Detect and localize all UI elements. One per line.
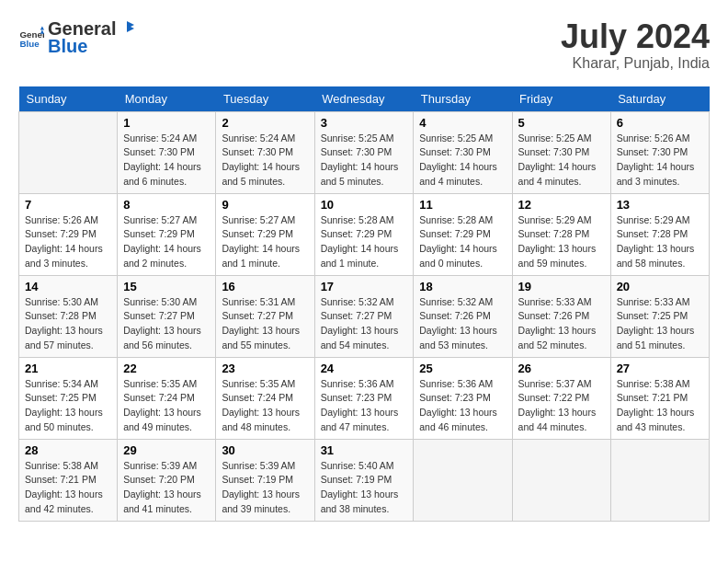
day-info: Sunrise: 5:35 AM Sunset: 7:24 PM Dayligh… [222,377,308,435]
day-info: Sunrise: 5:39 AM Sunset: 7:20 PM Dayligh… [123,459,210,517]
week-row-4: 21Sunrise: 5:34 AM Sunset: 7:25 PM Dayli… [19,357,710,439]
location-subtitle: Kharar, Punjab, India [561,55,710,72]
calendar-cell: 27Sunrise: 5:38 AM Sunset: 7:21 PM Dayli… [610,357,709,439]
calendar-cell: 23Sunrise: 5:35 AM Sunset: 7:24 PM Dayli… [216,357,314,439]
day-number: 29 [123,443,210,457]
header-sunday: Sunday [19,86,118,112]
header-monday: Monday [118,86,216,112]
calendar-cell: 6Sunrise: 5:26 AM Sunset: 7:30 PM Daylig… [610,111,709,193]
calendar-cell [512,439,610,521]
calendar-table: Sunday Monday Tuesday Wednesday Thursday… [18,86,710,522]
day-number: 17 [321,280,408,293]
day-info: Sunrise: 5:36 AM Sunset: 7:23 PM Dayligh… [321,377,408,435]
day-info: Sunrise: 5:33 AM Sunset: 7:25 PM Dayligh… [617,295,703,353]
day-number: 23 [222,362,308,375]
calendar-cell: 13Sunrise: 5:29 AM Sunset: 7:28 PM Dayli… [610,193,709,275]
calendar-cell: 17Sunrise: 5:32 AM Sunset: 7:27 PM Dayli… [314,275,414,357]
day-info: Sunrise: 5:29 AM Sunset: 7:28 PM Dayligh… [617,213,703,271]
logo-icon: General Blue [18,25,44,51]
day-info: Sunrise: 5:24 AM Sunset: 7:30 PM Dayligh… [222,132,308,190]
title-area: July 2024 Kharar, Punjab, India [561,18,710,72]
calendar-cell: 30Sunrise: 5:39 AM Sunset: 7:19 PM Dayli… [216,439,314,521]
header-thursday: Thursday [414,86,512,112]
day-number: 7 [25,198,111,212]
calendar-cell: 31Sunrise: 5:40 AM Sunset: 7:19 PM Dayli… [314,439,414,521]
week-row-2: 7Sunrise: 5:26 AM Sunset: 7:29 PM Daylig… [19,193,710,275]
calendar-cell: 9Sunrise: 5:27 AM Sunset: 7:29 PM Daylig… [216,193,314,275]
calendar-cell: 5Sunrise: 5:25 AM Sunset: 7:30 PM Daylig… [512,111,610,193]
day-number: 5 [518,116,605,130]
calendar-cell: 8Sunrise: 5:27 AM Sunset: 7:29 PM Daylig… [118,193,216,275]
day-info: Sunrise: 5:37 AM Sunset: 7:22 PM Dayligh… [518,377,605,435]
header-friday: Friday [512,86,610,112]
day-number: 12 [518,198,605,212]
day-info: Sunrise: 5:34 AM Sunset: 7:25 PM Dayligh… [25,377,111,435]
calendar-cell: 2Sunrise: 5:24 AM Sunset: 7:30 PM Daylig… [216,111,314,193]
svg-text:Blue: Blue [19,39,40,49]
calendar-header-row: Sunday Monday Tuesday Wednesday Thursday… [19,86,710,112]
page-header: General Blue General Blue July 2024 Khar… [18,18,710,72]
week-row-5: 28Sunrise: 5:38 AM Sunset: 7:21 PM Dayli… [19,439,710,521]
day-info: Sunrise: 5:32 AM Sunset: 7:27 PM Dayligh… [321,295,408,353]
day-info: Sunrise: 5:26 AM Sunset: 7:30 PM Dayligh… [617,132,703,190]
calendar-cell: 14Sunrise: 5:30 AM Sunset: 7:28 PM Dayli… [19,275,118,357]
day-number: 8 [123,198,210,212]
header-tuesday: Tuesday [216,86,314,112]
svg-marker-2 [40,26,44,29]
day-info: Sunrise: 5:40 AM Sunset: 7:19 PM Dayligh… [321,459,408,517]
day-info: Sunrise: 5:25 AM Sunset: 7:30 PM Dayligh… [321,132,408,190]
day-info: Sunrise: 5:30 AM Sunset: 7:28 PM Dayligh… [25,295,111,353]
day-number: 22 [123,362,210,375]
day-number: 1 [123,116,210,130]
day-number: 3 [321,116,408,130]
day-info: Sunrise: 5:28 AM Sunset: 7:29 PM Dayligh… [321,213,408,271]
day-number: 6 [617,116,703,130]
day-number: 31 [321,443,408,457]
header-wednesday: Wednesday [314,86,414,112]
week-row-1: 1Sunrise: 5:24 AM Sunset: 7:30 PM Daylig… [19,111,710,193]
day-info: Sunrise: 5:27 AM Sunset: 7:29 PM Dayligh… [222,213,308,271]
day-number: 15 [123,280,210,293]
calendar-cell: 11Sunrise: 5:28 AM Sunset: 7:29 PM Dayli… [414,193,512,275]
calendar-cell: 4Sunrise: 5:25 AM Sunset: 7:30 PM Daylig… [414,111,512,193]
day-number: 10 [321,198,408,212]
day-info: Sunrise: 5:28 AM Sunset: 7:29 PM Dayligh… [419,213,506,271]
logo: General Blue General Blue [18,18,136,57]
day-info: Sunrise: 5:30 AM Sunset: 7:27 PM Dayligh… [123,295,210,353]
logo-text: General Blue [48,18,136,57]
day-number: 21 [25,362,111,375]
calendar-cell: 26Sunrise: 5:37 AM Sunset: 7:22 PM Dayli… [512,357,610,439]
day-info: Sunrise: 5:27 AM Sunset: 7:29 PM Dayligh… [123,213,210,271]
month-year-title: July 2024 [561,18,710,55]
day-number: 2 [222,116,308,130]
calendar-cell [414,439,512,521]
calendar-cell: 20Sunrise: 5:33 AM Sunset: 7:25 PM Dayli… [610,275,709,357]
calendar-cell: 1Sunrise: 5:24 AM Sunset: 7:30 PM Daylig… [118,111,216,193]
calendar-cell: 25Sunrise: 5:36 AM Sunset: 7:23 PM Dayli… [414,357,512,439]
day-number: 9 [222,198,308,212]
day-info: Sunrise: 5:24 AM Sunset: 7:30 PM Dayligh… [123,132,210,190]
day-number: 18 [419,280,506,293]
calendar-cell [19,111,118,193]
calendar-cell: 28Sunrise: 5:38 AM Sunset: 7:21 PM Dayli… [19,439,118,521]
day-number: 19 [518,280,605,293]
calendar-cell: 21Sunrise: 5:34 AM Sunset: 7:25 PM Dayli… [19,357,118,439]
day-info: Sunrise: 5:35 AM Sunset: 7:24 PM Dayligh… [123,377,210,435]
calendar-cell: 16Sunrise: 5:31 AM Sunset: 7:27 PM Dayli… [216,275,314,357]
day-info: Sunrise: 5:39 AM Sunset: 7:19 PM Dayligh… [222,459,308,517]
calendar-cell: 12Sunrise: 5:29 AM Sunset: 7:28 PM Dayli… [512,193,610,275]
day-info: Sunrise: 5:38 AM Sunset: 7:21 PM Dayligh… [617,377,703,435]
day-info: Sunrise: 5:32 AM Sunset: 7:26 PM Dayligh… [419,295,506,353]
header-saturday: Saturday [610,86,709,112]
day-number: 4 [419,116,506,130]
day-info: Sunrise: 5:29 AM Sunset: 7:28 PM Dayligh… [518,213,605,271]
day-number: 28 [25,443,111,457]
day-number: 16 [222,280,308,293]
day-number: 11 [419,198,506,212]
calendar-cell: 10Sunrise: 5:28 AM Sunset: 7:29 PM Dayli… [314,193,414,275]
day-info: Sunrise: 5:25 AM Sunset: 7:30 PM Dayligh… [518,132,605,190]
calendar-cell: 7Sunrise: 5:26 AM Sunset: 7:29 PM Daylig… [19,193,118,275]
day-number: 25 [419,362,506,375]
day-number: 27 [617,362,703,375]
day-number: 20 [617,280,703,293]
